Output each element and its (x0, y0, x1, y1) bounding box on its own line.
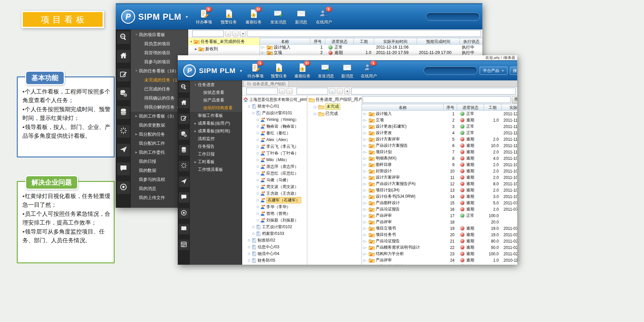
sidebar-item[interactable]: ▶工时看板 (190, 158, 242, 166)
rail-book[interactable] (179, 224, 189, 234)
header-search[interactable] (426, 13, 480, 21)
rail-spinner[interactable] (179, 161, 189, 171)
move-down-button[interactable]: ↓ (329, 88, 335, 94)
task-row[interactable]: 设计更改(石建军)3正常2011-11-03 13 (362, 123, 517, 130)
org-node-user[interactable]: 周文波（周文波） (242, 183, 307, 190)
org-node-user[interactable]: 刘振新（刘振新） (242, 217, 307, 223)
column-header[interactable]: 序号 (444, 104, 457, 111)
task-row[interactable]: 产品论证报告16逾期2.02011-07-15 18 (362, 206, 517, 212)
sidebar-item[interactable]: ▼我的项目看板 (131, 30, 188, 39)
query-button[interactable]: 查 (512, 96, 517, 103)
column-header[interactable]: 工期 (354, 38, 374, 45)
task-row[interactable]: 产品评审1820.0 (362, 219, 517, 225)
tree-node[interactable]: ▼任务看板_未完成的任务 (188, 38, 260, 45)
column-header[interactable]: 实际开始时间 (501, 104, 517, 111)
sidebar-item[interactable]: 审核工作看板 (190, 112, 242, 120)
org-node-dept[interactable]: 营销中心/06 (242, 264, 307, 265)
org-node-dept[interactable]: 制造部/02 (242, 237, 307, 244)
rail-home[interactable] (179, 98, 189, 108)
move-down-button[interactable]: ↓ (225, 30, 231, 37)
tree-node[interactable]: ▶新收到 (188, 45, 260, 53)
sidebar-item[interactable]: ▶成果看板(按用户) (190, 120, 242, 127)
platform-product-dropdown[interactable]: 平台产品 ▼ (480, 67, 507, 75)
org-node-user[interactable]: 曾艳（曾艳） (242, 210, 307, 217)
column-header[interactable]: 序号 (310, 38, 325, 45)
toolbar-warn[interactable]: 预警任务 (221, 9, 237, 25)
toolbar-send[interactable]: 发送消息 (270, 9, 286, 25)
org-node-user[interactable]: Yiming（Yiming） (242, 116, 307, 123)
org-filter-input[interactable] (246, 88, 278, 94)
rail-home[interactable] (117, 50, 130, 63)
toolbar-send[interactable]: 发送消息 (318, 63, 334, 79)
org-node-user[interactable]: 姜红（姜红） (242, 130, 307, 136)
task-row[interactable]: 产品顾客需求说明书设计22逾期50.02011-02-19 12 (362, 244, 517, 251)
folder-node[interactable]: 已完成 (307, 110, 362, 117)
task-row[interactable]: 产品设计方案报告6逾期10.02011-11-01 10 (362, 142, 517, 149)
task-row[interactable]: 产品论证报告21逾期80.02011-02-19 12 (362, 238, 517, 244)
rail-compose[interactable] (179, 114, 189, 124)
task-row[interactable]: 封面设计10逾期2.02011-10-31 11 (362, 168, 517, 174)
task-row[interactable]: 设计输入1正常2011-12-16 11:06执行中 (260, 45, 482, 50)
org-node-dept[interactable]: 产品设计室/0101 (242, 110, 307, 116)
rail-database-gear[interactable] (179, 129, 189, 140)
column-header[interactable]: 进度状态 (457, 104, 484, 111)
sidebar-item[interactable]: 按产品查看 (190, 96, 242, 104)
table-filter-input[interactable] (363, 96, 511, 103)
folder-node[interactable]: 未完成 (307, 103, 362, 110)
tree-filter-input[interactable] (192, 30, 224, 37)
task-row[interactable]: 产品设计方案报告(FA)12逾期8.02011-10-31 11 (362, 181, 517, 187)
sidebar-item[interactable]: ▼任务进度 (190, 81, 242, 89)
move-up-button[interactable]: ↑ (232, 30, 238, 37)
org-node-dept[interactable]: 信息中心/03 (242, 244, 307, 250)
rail-chat[interactable] (179, 192, 189, 203)
org-node-user[interactable]: 应思红（应思红） (242, 170, 307, 177)
org-node-user[interactable]: 李云飞（李云飞） (242, 143, 307, 150)
org-node-dept[interactable]: 财务部/05 (242, 257, 307, 264)
sidebar-item[interactable]: 按状态查看 (190, 89, 242, 96)
sidebar-item[interactable]: ▶成果看板(按时间) (190, 127, 242, 135)
org-node-user[interactable]: Milo（Milo） (242, 156, 307, 163)
task-row[interactable]: 项目任务书20逾期19.02011-03-09 11 (362, 232, 517, 238)
toolbar-todo[interactable]: 3待办事项 (247, 63, 263, 79)
sidebar-item[interactable]: 按组织结构查看 (190, 104, 242, 112)
sidebar-item[interactable]: 工作情况看板 (190, 166, 242, 174)
move-up-button[interactable]: ↑ (286, 88, 292, 94)
column-header[interactable]: 工期 (484, 104, 501, 111)
task-row[interactable]: 项目计划(JH)13逾期2.02011-10-31 11 (362, 187, 517, 193)
org-node-company[interactable]: 上海思普信息技术有限公司_plm50 (242, 96, 307, 103)
task-row[interactable]: 设计输入1正常2011-12-16 11 (362, 111, 517, 117)
rail-record[interactable] (179, 208, 189, 218)
task-row[interactable]: 立项2逾期1.02011-11-20 17 (362, 117, 517, 123)
toolbar-users[interactable]: 1在线用户 (316, 9, 332, 25)
task-row[interactable]: 设计更改4正常2011-11-03 13 (362, 130, 517, 136)
rail-record[interactable] (117, 181, 130, 194)
rail-spinner[interactable] (117, 125, 130, 138)
task-row[interactable]: 明细表(MX)8逾期4.02011-10-31 11 (362, 155, 517, 162)
sidebar-item[interactable]: 流程监控 (190, 135, 242, 143)
task-row[interactable]: 设计方案评审5逾期2.02011-11-01 10 (362, 136, 517, 142)
column-header[interactable]: 预期完成时间 (417, 38, 460, 45)
rail-chat[interactable] (117, 163, 130, 175)
task-row[interactable]: 顾客回访确认表25逾期5.02010-11-07 11 (362, 263, 517, 265)
org-node-user[interactable]: 李华（李华） (242, 203, 307, 210)
rail-paper-plane[interactable] (117, 144, 130, 156)
search-button[interactable]: 搜 (510, 67, 517, 75)
task-row[interactable]: 设计任务书(SJ4.0RW)14逾期3.02011-10-31 11 (362, 193, 517, 200)
header-search[interactable] (424, 67, 477, 75)
search-input[interactable] (426, 13, 479, 20)
org-node-dept[interactable]: 研发中心/01 (242, 103, 307, 110)
toolbar-mail[interactable]: 新消息 (295, 9, 307, 25)
org-node-user[interactable]: 石建军（石建军） (242, 197, 307, 203)
column-header[interactable]: 进度状态 (325, 38, 354, 45)
search-input[interactable] (424, 67, 477, 74)
move-up-button[interactable]: ↑ (337, 88, 343, 94)
search-filter-input[interactable] (351, 88, 516, 94)
sidebar-item[interactable]: 我负责的项目 (131, 39, 188, 48)
task-row[interactable]: 产品评审17正常100.0 (362, 212, 517, 219)
rail-database[interactable] (117, 106, 130, 119)
task-row[interactable]: 产品图样设计15逾期5.02011-07-15 18 (362, 200, 517, 206)
folder-node[interactable]: 任务进度_用户组织_用户 (307, 96, 362, 103)
column-header[interactable]: 实际开始时间 (374, 38, 417, 45)
folder-filter-input[interactable] (297, 88, 328, 94)
org-node-user[interactable]: 马健（马健） (242, 177, 307, 183)
